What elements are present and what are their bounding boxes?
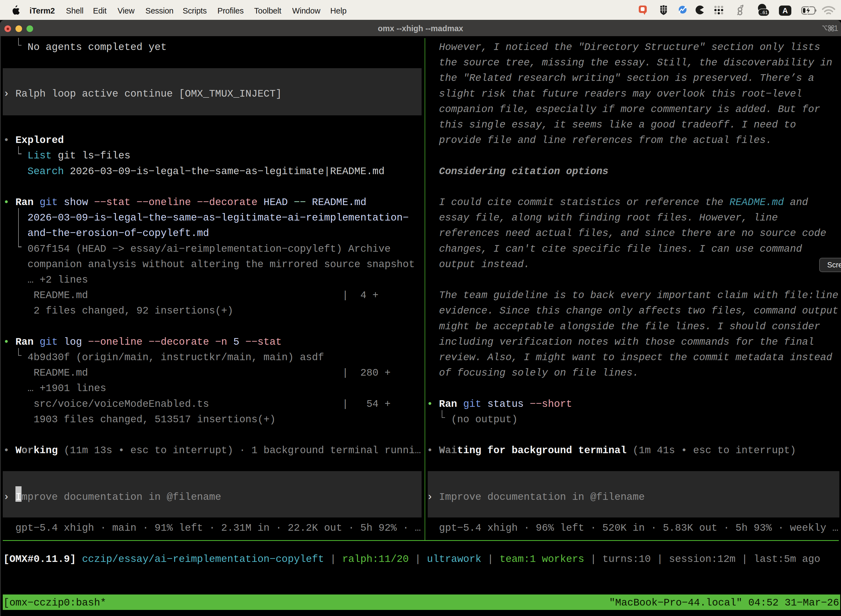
- svg-text:..61: ..61: [760, 10, 768, 15]
